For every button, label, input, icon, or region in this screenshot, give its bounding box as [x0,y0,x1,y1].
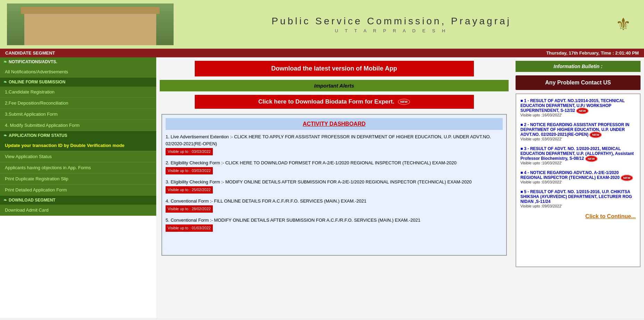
dashboard-item-2: 2. Eligibility Checking Form :- CLICK HE… [166,159,501,174]
online-form-header: ONLINE FORM SUBMISSION [0,77,156,87]
biodata-btn-label: Click here to Download Biodata Form for … [258,98,394,105]
bulletin-link-3[interactable]: ■ 3 - RESULT OF ADVT. NO. 1/2020-2021, M… [520,146,636,161]
bulletin-item-3: ■ 3 - RESULT OF ADVT. NO. 1/2020-2021, M… [520,146,636,165]
bulletin-item-1: ■ 1 - RESULT OF ADVT. NO.1/2014-2015, TE… [520,98,636,117]
bulletin-visible-5: Visible upto :09/03/2022' [520,204,636,208]
new-badge-4: NEW [621,175,633,181]
candidate-bar: CANDIDATE SEGMENT Thursday, 17th Februar… [0,49,644,57]
download-header: DOWNLOAD SEGMENT [0,196,156,205]
bulletin-visible-1: Visible upto :16/03/2022' [520,113,636,117]
application-status-header: APPLICATION FORM STATUS [0,131,156,140]
continue-link[interactable]: Click to Continue... [520,213,636,220]
bulletin-link-2[interactable]: ■ 2 - NOTICE REGARDING ASSISTANT PROFESS… [520,122,636,137]
bulletin-visible-2: Visible upto :03/03/2022' [520,137,636,141]
biodata-download-button[interactable]: Click here to Download Biodata Form for … [195,95,474,109]
sidebar-item-modify-application[interactable]: 4. Modify Submitted Application Form [0,120,156,131]
sidebar-item-download-admit[interactable]: Download Admit Card [0,205,156,216]
bulletin-box: ■ 1 - RESULT OF ADVT. NO.1/2014-2015, TE… [516,93,641,267]
sidebar-item-view-status[interactable]: View Application Status [0,151,156,162]
dashboard-item-5: 5. Conventional Form :- MODIFY ONLINE DE… [166,217,501,232]
dashboard-title: ACTIVITY DASHBOARD [166,118,503,130]
bulletin-item-2: ■ 2 - NOTICE REGARDING ASSISTANT PROFESS… [520,122,636,141]
new-badge-3: NEW [585,156,597,162]
sidebar-item-applicants-objections[interactable]: Applicants having objections in App. For… [0,162,156,173]
download-mobile-app-button[interactable]: Download the latest version of Mobile Ap… [195,61,474,76]
bulletin-link-4[interactable]: ■ 4 - NOTICE REGARDING ADVT.NO. A-2/E-1/… [520,170,636,180]
dashboard-item-2-visible: Visible up to : 03/03/2022 [166,167,213,174]
new-badge-1: NEW [576,108,588,114]
dashboard-item-3-visible: Visible up to : 25/02/2022 [166,186,213,194]
header-center: Public Service Commission, Prayagraj U T… [174,16,609,33]
activity-dashboard: ACTIVITY DASHBOARD 1. Live Advertisement… [161,114,507,256]
sidebar-item-submit-application[interactable]: 3.Submit Application Form [0,109,156,120]
dashboard-item-1-visible: Visible up to : 03/03/2022 [166,148,213,155]
candidate-segment-label: CANDIDATE SEGMENT [5,50,55,56]
building-image [7,3,174,45]
alerts-label: Important Alerts [314,83,354,89]
datetime-display: Thursday, 17th February, Time : 2:01:40 … [546,50,639,56]
dashboard-item-5-text: 5. Conventional Form :- MODIFY ONLINE DE… [166,218,420,223]
center-content: Download the latest version of Mobile Ap… [156,57,512,318]
bulletin-item-5: ■ 5 - RESULT OF ADVT. NO. 1/2015-2016, U… [520,189,636,208]
info-bulletin-header: Information Bulletin : [516,61,641,72]
dashboard-item-1-text: 1. Live Advertisement Extention :- CLICK… [166,134,491,146]
sidebar-item-fee-deposition[interactable]: 2.Fee Deposition/Reconciliation [0,98,156,109]
sidebar-item-print-detailed[interactable]: Print Detailed Application Form [0,184,156,196]
site-title: Public Service Commission, Prayagraj [174,16,609,27]
dashboard-item-3-text: 3. Eligibility Checking Form :- MODIFY O… [166,179,472,184]
dashboard-content[interactable]: 1. Live Advertisement Extention :- CLICK… [166,133,503,252]
bulletin-link-5[interactable]: ■ 5 - RESULT OF ADVT. NO. 1/2015-2016, U… [520,189,636,204]
dashboard-item-1: 1. Live Advertisement Extention :- CLICK… [166,133,501,155]
bulletin-item-4: ■ 4 - NOTICE REGARDING ADVT.NO. A-2/E-1/… [520,170,636,184]
sidebar-item-print-duplicate[interactable]: Print Duplicate Registration Slip [0,173,156,184]
bulletin-visible-4: Visible upto :03/03/2022' [520,180,636,184]
dashboard-item-4: 4. Conventional Form :- FILL ONLINE DETA… [166,198,501,213]
bulletin-link-1[interactable]: ■ 1 - RESULT OF ADVT. NO.1/2014-2015, TE… [520,98,636,113]
main-layout: NOTIFICATIONS/ADVTS. All Notifications/A… [0,57,644,318]
site-subtitle: U T T A R P R A D E S H [174,28,609,33]
dashboard-item-3: 3. Eligibility Checking Form :- MODIFY O… [166,179,501,194]
emblem-icon: ⚜ [609,10,637,38]
sidebar: NOTIFICATIONS/ADVTS. All Notifications/A… [0,57,156,318]
sidebar-item-candidate-registration[interactable]: 1.Candidate Registration [0,87,156,98]
notifications-header: NOTIFICATIONS/ADVTS. [0,57,156,66]
alerts-bar: Important Alerts [160,80,509,91]
dashboard-item-4-visible: Visible up to : 28/02/2022 [166,205,213,213]
dashboard-item-2-text: 2. Eligibility Checking Form :- CLICK HE… [166,160,457,165]
right-panel: Information Bulletin : Any Problem Conta… [512,57,644,318]
dashboard-item-5-visible: Visible up to : 01/03/2022 [166,224,213,232]
sidebar-item-all-notifications[interactable]: All Notifications/Advertisements [0,66,156,77]
header: Public Service Commission, Prayagraj U T… [0,0,644,49]
contact-us-button[interactable]: Any Problem Contact US [516,75,641,90]
bulletin-visible-3: Visible upto :10/03/2022' [520,161,636,165]
sidebar-item-update-transaction[interactable]: Update your transaction ID by Double Ver… [0,140,156,151]
new-badge-biodata: NEW [398,99,410,105]
dashboard-item-4-text: 4. Conventional Form :- FILL ONLINE DETA… [166,198,366,204]
